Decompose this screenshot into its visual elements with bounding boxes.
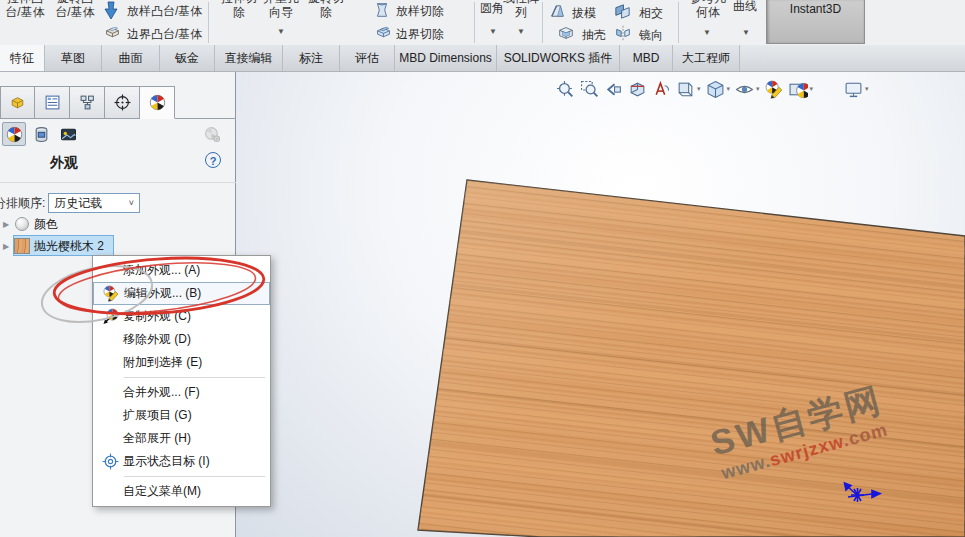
reference-geometry-caret-icon[interactable]: ▼ xyxy=(703,29,711,37)
menu-item-10[interactable]: 自定义菜单(M) xyxy=(93,480,270,503)
menu-separator xyxy=(124,377,265,378)
menu-item-5[interactable]: 附加到选择 (E) xyxy=(93,351,270,374)
menu-icon-slot xyxy=(97,407,123,425)
display-style-button[interactable]: ▾ xyxy=(706,80,731,99)
display-style-icon xyxy=(706,80,725,99)
boundary-cut-button[interactable]: 边界切除 xyxy=(396,26,444,43)
chevron-down-icon[interactable]: ˅ xyxy=(123,198,139,208)
revolve-boss-button[interactable]: 旋转凸台/基体 xyxy=(50,0,100,19)
curves-caret-icon[interactable]: ▼ xyxy=(742,29,750,37)
zoom-to-fit-button[interactable] xyxy=(556,80,575,99)
annotation-views-button[interactable] xyxy=(652,80,671,99)
tree-item-polished-cherry[interactable]: ▶ 抛光樱桃木 2 xyxy=(0,235,236,257)
edit-appearance-button[interactable] xyxy=(765,80,784,99)
linear-pattern-caret-icon[interactable]: ▼ xyxy=(517,28,525,36)
boundary-boss-button[interactable]: 边界凸台/基体 xyxy=(127,26,202,43)
tab-mbd-dimensions[interactable]: MBD Dimensions xyxy=(395,45,497,71)
menu-item-4[interactable]: 移除外观 (D) xyxy=(93,328,270,351)
hole-wizard-button[interactable]: 异型孔向导 xyxy=(258,0,304,19)
tab-configurationmanager[interactable] xyxy=(70,86,105,119)
extrude-boss-button[interactable]: 拉伸凸台/基体 xyxy=(0,0,50,19)
configuration-tree-icon xyxy=(79,94,96,111)
tab-featuremanager[interactable] xyxy=(0,86,35,119)
fillet-caret-icon[interactable]: ▼ xyxy=(489,28,497,36)
menu-separator xyxy=(124,476,265,477)
mirror-button[interactable]: 镜向 xyxy=(639,27,663,44)
tab-mbd[interactable]: MBD xyxy=(620,45,673,71)
tab-direct-editing[interactable]: 直接编辑 xyxy=(215,45,283,71)
view-decals-button[interactable] xyxy=(29,122,53,146)
menu-icon-slot xyxy=(97,430,123,448)
tab-sketch[interactable]: 草图 xyxy=(45,45,102,71)
tab-solidworks-addins[interactable]: SOLIDWORKS 插件 xyxy=(497,45,620,71)
menu-icon-slot xyxy=(97,354,123,372)
tree-item-color[interactable]: ▶ 颜色 xyxy=(0,213,236,235)
menu-item-2[interactable]: 编辑外观... (B) xyxy=(93,282,270,305)
menu-item-9[interactable]: 显示状态目标 (I) xyxy=(93,450,270,473)
tab-propertymanager[interactable] xyxy=(35,86,70,119)
view-appearances-button[interactable] xyxy=(2,122,26,146)
hide-show-items-button[interactable]: ▾ xyxy=(735,80,760,99)
dropdown-caret-icon[interactable]: ▾ xyxy=(810,85,814,93)
instant3d-toggle-button[interactable]: Instant3D xyxy=(766,0,865,44)
menu-item-6[interactable]: 合并外观... (F) xyxy=(93,381,270,404)
tab-da-gong-cheng-shi[interactable]: 大工程师 xyxy=(673,45,740,71)
intersect-button[interactable]: 相交 xyxy=(639,5,663,22)
zoom-to-area-button[interactable] xyxy=(580,80,599,99)
view-settings-button[interactable]: ▾ xyxy=(844,80,869,99)
graphics-viewport[interactable]: ▾▾▾▾▾ SW自学网 www.swrjzxw.com xyxy=(236,72,965,537)
sort-order-dropdown[interactable]: 历史记载 ˅ xyxy=(48,193,140,213)
loft-boss-icon xyxy=(101,1,121,21)
menu-item-1[interactable]: 添加外观... (A) xyxy=(93,259,270,282)
zoom-to-fit-icon xyxy=(556,80,575,99)
appearance-sphere-icon xyxy=(6,126,23,143)
shell-button[interactable]: 抽壳 xyxy=(582,27,606,44)
revolve-cut-button[interactable]: 旋转切除 xyxy=(303,0,349,19)
view-orientation-button[interactable]: ▾ xyxy=(676,80,701,99)
view-scene-lights-cameras-button[interactable] xyxy=(56,122,80,146)
edit-appearance-icon xyxy=(765,80,784,99)
loft-cut-button[interactable]: 放样切除 xyxy=(396,3,444,20)
menu-item-label: 全部展开 (H) xyxy=(123,430,191,447)
tree-item-label: 抛光樱桃木 2 xyxy=(34,238,104,255)
dropdown-caret-icon[interactable]: ▾ xyxy=(697,85,701,93)
expand-arrow-icon[interactable]: ▶ xyxy=(0,220,12,229)
apply-scene-button[interactable]: ▾ xyxy=(789,80,814,99)
mirror-icon xyxy=(614,24,632,42)
menu-item-3[interactable]: 复制外观 (C) xyxy=(93,305,270,328)
context-menu-items: 添加外观... (A)编辑外观... (B)复制外观 (C)移除外观 (D)附加… xyxy=(93,259,270,503)
dropdown-caret-icon[interactable]: ▾ xyxy=(756,85,760,93)
dropdown-caret-icon[interactable]: ▾ xyxy=(865,85,869,93)
tab-features[interactable]: 特征 xyxy=(0,45,45,71)
appearance-tree: ▶ 颜色 ▶ 抛光樱桃木 2 xyxy=(0,213,236,257)
menu-item-label: 扩展项目 (G) xyxy=(123,407,192,424)
reference-geometry-button[interactable]: 参考几何体 xyxy=(683,0,733,19)
linear-pattern-label-2: 列 xyxy=(515,5,527,19)
wood-part-face[interactable] xyxy=(418,180,965,537)
menu-item-7[interactable]: 扩展项目 (G) xyxy=(93,404,270,427)
boundary-boss-icon xyxy=(104,24,121,41)
help-icon[interactable]: ? xyxy=(205,152,221,168)
menu-item-8[interactable]: 全部展开 (H) xyxy=(93,427,270,450)
tab-evaluate[interactable]: 评估 xyxy=(340,45,395,71)
panel-divider xyxy=(0,182,236,183)
tab-dimxpertmanager[interactable] xyxy=(105,86,140,119)
loft-cut-icon xyxy=(373,1,391,19)
tab-sheet-metal[interactable]: 钣金 xyxy=(160,45,215,71)
tab-surfaces[interactable]: 曲面 xyxy=(102,45,160,71)
section-view-button[interactable] xyxy=(628,80,647,99)
curves-button[interactable]: 曲线 xyxy=(733,0,757,15)
tab-markup[interactable]: 标注 xyxy=(283,45,340,71)
previous-view-button[interactable] xyxy=(604,80,623,99)
tab-displaymanager[interactable] xyxy=(140,86,175,119)
hole-wizard-caret-icon[interactable]: ▼ xyxy=(277,28,285,36)
loft-boss-button[interactable]: 放样凸台/基体 xyxy=(127,3,202,20)
linear-pattern-button[interactable]: 线性阵列 xyxy=(498,0,544,19)
property-list-icon xyxy=(44,94,61,111)
draft-button[interactable]: 拔模 xyxy=(572,5,596,22)
decal-icon xyxy=(33,126,50,143)
expand-arrow-icon[interactable]: ▶ xyxy=(0,242,12,251)
dropdown-caret-icon[interactable]: ▾ xyxy=(727,85,731,93)
model-view xyxy=(236,72,965,537)
menu-item-label: 移除外观 (D) xyxy=(123,331,191,348)
